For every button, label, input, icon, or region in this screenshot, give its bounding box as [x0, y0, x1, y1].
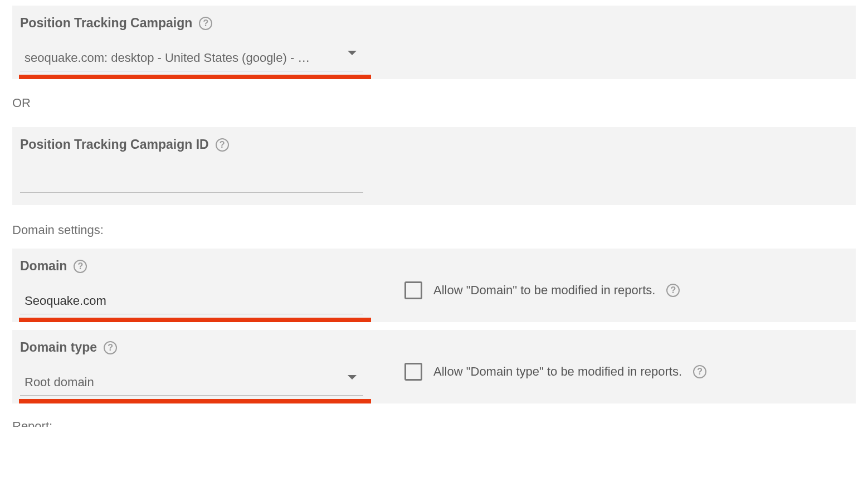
help-icon[interactable]: ? — [693, 365, 706, 378]
domain-type-label: Domain type — [20, 340, 97, 355]
domain-input[interactable] — [20, 290, 363, 314]
position-tracking-campaign-panel: Position Tracking Campaign ? seoquake.co… — [12, 6, 856, 79]
help-icon[interactable]: ? — [666, 284, 680, 297]
help-icon[interactable]: ? — [199, 17, 212, 30]
help-icon[interactable]: ? — [104, 341, 117, 354]
domain-label: Domain — [20, 259, 67, 274]
help-icon[interactable]: ? — [216, 138, 229, 152]
domain-type-selected: Root domain — [20, 372, 363, 396]
domain-type-select[interactable]: Root domain — [20, 372, 363, 396]
domain-type-panel: Domain type ? Root domain Allow "Domain … — [12, 330, 856, 403]
position-tracking-campaign-select[interactable]: seoquake.com: desktop - United States (g… — [20, 47, 363, 71]
domain-type-allow-modify-checkbox[interactable] — [404, 363, 422, 381]
highlight-underline — [19, 318, 371, 322]
position-tracking-campaign-id-input[interactable] — [20, 169, 363, 193]
domain-panel: Domain ? Allow "Domain" to be modified i… — [12, 249, 856, 322]
help-icon[interactable]: ? — [74, 260, 87, 273]
or-separator: OR — [12, 96, 856, 110]
domain-allow-modify-label: Allow "Domain" to be modified in reports… — [433, 283, 655, 298]
domain-type-allow-modify-label: Allow "Domain type" to be modified in re… — [433, 364, 682, 379]
domain-settings-heading: Domain settings: — [12, 223, 856, 237]
position-tracking-campaign-id-label: Position Tracking Campaign ID — [20, 137, 209, 152]
highlight-underline — [19, 399, 371, 403]
position-tracking-campaign-label: Position Tracking Campaign — [20, 16, 192, 31]
report-heading-cutoff: Report: — [12, 419, 856, 427]
position-tracking-campaign-selected: seoquake.com: desktop - United States (g… — [20, 47, 363, 71]
domain-allow-modify-checkbox[interactable] — [404, 281, 422, 299]
highlight-underline — [19, 75, 371, 79]
position-tracking-campaign-id-panel: Position Tracking Campaign ID ? — [12, 127, 856, 205]
